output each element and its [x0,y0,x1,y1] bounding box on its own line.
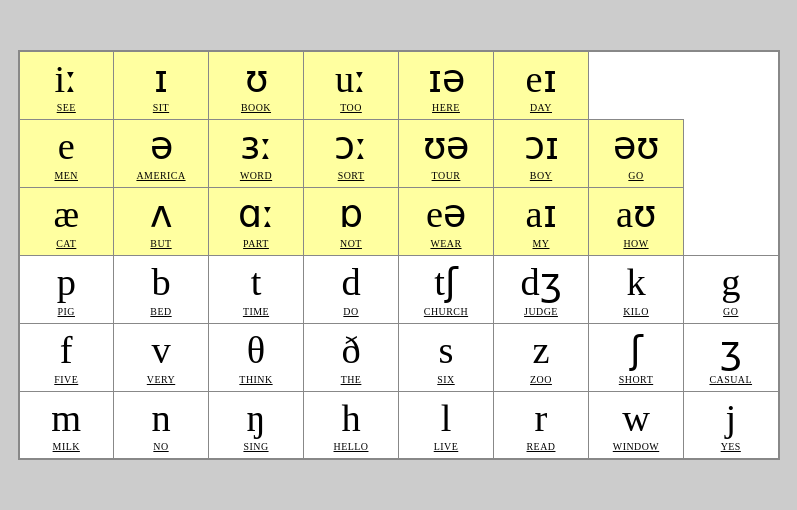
ipa-word: ZOO [498,374,584,385]
ipa-word: SEE [24,102,110,113]
ipa-cell: tʃCHURCH [399,255,494,323]
ipa-word: SIX [403,374,489,385]
ipa-word: BED [118,306,204,317]
ipa-cell: dDO [304,255,399,323]
ipa-word: WEAR [403,238,489,249]
ipa-symbol: aɪ [498,193,584,235]
ipa-word: CHURCH [403,306,489,317]
ipa-symbol: dʒ [498,261,584,303]
ipa-word: MY [498,238,584,249]
ipa-word: TOO [308,102,394,113]
ipa-cell: ɪSIT [114,51,209,119]
ipa-symbol: æ [24,193,110,235]
ipa-word: SORT [308,170,394,181]
ipa-symbol: r [498,397,584,439]
ipa-cell: aʊHOW [589,187,684,255]
ipa-symbol: ʊ [213,58,299,100]
ipa-symbol: p [24,261,110,303]
ipa-symbol: j [688,397,774,439]
ipa-symbol: ʒ [688,329,774,371]
ipa-cell: ŋSING [209,391,304,459]
ipa-cell: ʃSHORT [589,323,684,391]
ipa-cell: nNO [114,391,209,459]
ipa-symbol: iː [24,58,110,100]
ipa-cell: ɑːPART [209,187,304,255]
table-row: fFIVEvVERYθTHINKðTHEsSIXzZOOʃSHORTʒCASUA… [19,323,779,391]
ipa-word: AMERICA [118,170,204,181]
ipa-cell: əAMERICA [114,119,209,187]
ipa-cell: θTHINK [209,323,304,391]
ipa-word: YES [688,441,774,452]
ipa-symbol: ŋ [213,397,299,439]
ipa-word: WINDOW [593,441,679,452]
ipa-cell: ʌBUT [114,187,209,255]
ipa-cell: sSIX [399,323,494,391]
ipa-word: WORD [213,170,299,181]
ipa-symbol: h [308,397,394,439]
ipa-cell: ɪəHERE [399,51,494,119]
ipa-symbol: ɜː [213,125,299,167]
ipa-symbol: d [308,261,394,303]
ipa-cell: ðTHE [304,323,399,391]
ipa-cell: æCAT [19,187,114,255]
ipa-symbol: tʃ [403,261,489,303]
ipa-symbol: f [24,329,110,371]
ipa-cell: pPIG [19,255,114,323]
ipa-word: BOOK [213,102,299,113]
ipa-word: MEN [24,170,110,181]
ipa-word: PIG [24,306,110,317]
ipa-symbol: eɪ [498,58,584,100]
ipa-word: LIVE [403,441,489,452]
ipa-cell: jYES [684,391,779,459]
ipa-cell: ɔɪBOY [494,119,589,187]
ipa-cell: ɒNOT [304,187,399,255]
ipa-word: CASUAL [688,374,774,385]
ipa-symbol: uː [308,58,394,100]
ipa-cell: ɜːWORD [209,119,304,187]
table-row: eMENəAMERICAɜːWORDɔːSORTʊəTOURɔɪBOYəʊGO [19,119,779,187]
ipa-word: TIME [213,306,299,317]
ipa-symbol: ʊə [403,125,489,167]
ipa-cell: kKILO [589,255,684,323]
ipa-word: BOY [498,170,584,181]
ipa-cell: bBED [114,255,209,323]
table-row: pPIGbBEDtTIMEdDOtʃCHURCHdʒJUDGEkKILOgGO [19,255,779,323]
ipa-cell: ʒCASUAL [684,323,779,391]
ipa-word: PART [213,238,299,249]
ipa-symbol: e [24,125,110,167]
ipa-word: VERY [118,374,204,385]
ipa-word: HOW [593,238,679,249]
ipa-cell: aɪMY [494,187,589,255]
ipa-word: HERE [403,102,489,113]
ipa-symbol: v [118,329,204,371]
table-row: iːSEEɪSITʊBOOKuːTOOɪəHEREeɪDAY [19,51,779,119]
ipa-symbol: ɒ [308,193,394,235]
ipa-symbol: ð [308,329,394,371]
ipa-symbol: eə [403,193,489,235]
table-row: æCATʌBUTɑːPARTɒNOTeəWEARaɪMYaʊHOW [19,187,779,255]
ipa-cell: vVERY [114,323,209,391]
ipa-cell: zZOO [494,323,589,391]
ipa-word: KILO [593,306,679,317]
ipa-word: SING [213,441,299,452]
ipa-symbol: z [498,329,584,371]
ipa-symbol: k [593,261,679,303]
ipa-symbol: w [593,397,679,439]
ipa-word: THINK [213,374,299,385]
ipa-cell: rREAD [494,391,589,459]
ipa-word: BUT [118,238,204,249]
ipa-word: SIT [118,102,204,113]
ipa-cell: dʒJUDGE [494,255,589,323]
ipa-symbol: aʊ [593,193,679,235]
ipa-symbol: ɔɪ [498,125,584,167]
ipa-cell: mMILK [19,391,114,459]
ipa-cell: wWINDOW [589,391,684,459]
ipa-word: TOUR [403,170,489,181]
ipa-cell: eəWEAR [399,187,494,255]
ipa-cell: əʊGO [589,119,684,187]
ipa-symbol: θ [213,329,299,371]
ipa-cell: lLIVE [399,391,494,459]
ipa-symbol: ʌ [118,193,204,235]
ipa-symbol: ɪə [403,58,489,100]
table-row: mMILKnNOŋSINGhHELLOlLIVErREADwWINDOWjYES [19,391,779,459]
